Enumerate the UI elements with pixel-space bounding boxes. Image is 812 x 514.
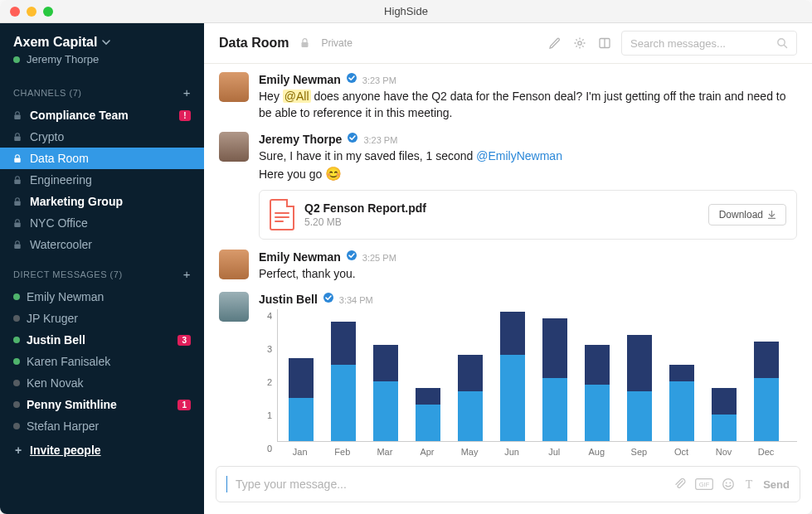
attach-file-button[interactable]: [673, 478, 687, 491]
sidebar-channel-item[interactable]: Crypto: [0, 126, 204, 148]
presence-dot-icon: [13, 293, 20, 300]
lock-icon: [13, 219, 23, 228]
workspace-name: Axem Capital: [13, 35, 97, 50]
section-label: CHANNELS (7): [13, 88, 81, 98]
svg-point-21: [730, 482, 732, 484]
svg-point-20: [726, 482, 727, 484]
chart-area: JanFebMarAprMayJunJulAugSepOctNovDec: [277, 309, 797, 457]
verified-badge-icon: [323, 292, 334, 303]
bar-segment-secondary: [289, 358, 314, 398]
message-text: Perfect, thank you.: [259, 265, 797, 282]
download-icon: [768, 211, 776, 219]
sidebar-dm-item[interactable]: Stefan Harper: [0, 415, 204, 437]
x-tick-label: May: [457, 447, 482, 457]
current-user[interactable]: Jeremy Thorpe: [0, 51, 204, 74]
file-attachment[interactable]: Q2 Fenson Report.pdf5.20 MBDownload: [259, 190, 797, 240]
mention[interactable]: @EmilyNewman: [476, 149, 562, 162]
bar-segment-primary: [289, 398, 314, 441]
add-channel-button[interactable]: +: [183, 85, 191, 99]
svg-line-12: [784, 45, 786, 47]
section-label: DIRECT MESSAGES (7): [13, 269, 123, 279]
add-dm-button[interactable]: +: [183, 267, 191, 281]
chart: 01234JanFebMarAprMayJunJulAugSepOctNovDe…: [259, 309, 797, 457]
search-input[interactable]: [630, 37, 770, 50]
presence-dot-icon: [13, 337, 20, 343]
dm-name: Stefan Harper: [27, 419, 99, 433]
search-box[interactable]: [621, 31, 797, 56]
emoji-button[interactable]: [722, 478, 735, 491]
message-author[interactable]: Justin Bell: [259, 293, 318, 306]
current-user-name: Jeremy Thorpe: [27, 53, 99, 65]
file-size: 5.20 MB: [304, 216, 426, 228]
sidebar-channel-item[interactable]: Engineering: [0, 169, 204, 191]
channels-list: Compliance Team!CryptoData RoomEngineeri…: [0, 104, 204, 255]
message-body: Jeremy Thorpe3:23 PMSure, I have it in m…: [259, 132, 797, 240]
details-pane-button[interactable]: [598, 36, 611, 50]
text-span: does anyone have the Q2 data for the Fen…: [259, 90, 786, 119]
bar-segment-primary: [542, 378, 567, 441]
search-icon: [776, 37, 788, 49]
chart-bar: [458, 355, 483, 441]
text-span: Sure, I have it in my saved files, 1 sec…: [259, 149, 476, 162]
bar-segment-primary: [458, 391, 483, 441]
main-panel: Data Room Private: [204, 23, 812, 514]
sidebar-dm-item[interactable]: Penny Smithline1: [0, 394, 204, 415]
sidebar-channel-item[interactable]: Watercooler: [0, 234, 204, 255]
x-tick-label: Oct: [669, 447, 693, 457]
svg-rect-1: [14, 136, 20, 141]
formatting-button[interactable]: T: [743, 478, 755, 491]
chart-x-axis: JanFebMarAprMayJunJulAugSepOctNovDec: [277, 447, 797, 457]
sidebar-channel-item[interactable]: Marketing Group: [0, 191, 204, 212]
y-tick-label: 1: [267, 410, 272, 420]
message-author[interactable]: Emily Newman: [259, 250, 341, 264]
message: Emily Newman3:25 PMPerfect, thank you.: [219, 250, 797, 282]
message-author[interactable]: Jeremy Thorpe: [259, 133, 342, 146]
message-author[interactable]: Emily Newman: [259, 73, 341, 86]
bar-segment-primary: [754, 378, 779, 441]
chart-bar: [754, 342, 779, 441]
gif-button[interactable]: GIF: [695, 478, 713, 490]
chart-bar: [542, 318, 567, 441]
message-list[interactable]: Emily Newman3:23 PMHey @All does anyone …: [204, 64, 812, 461]
header-actions: [548, 36, 611, 50]
bar-segment-primary: [712, 415, 737, 441]
settings-button[interactable]: [573, 36, 586, 50]
sidebar-dm-item[interactable]: Justin Bell3: [0, 329, 204, 351]
message-body: Emily Newman3:23 PMHey @All does anyone …: [259, 72, 797, 122]
message-composer[interactable]: GIF T Send: [216, 466, 800, 502]
workspace-switcher[interactable]: Axem Capital: [0, 28, 204, 51]
lock-icon: [13, 154, 23, 163]
download-button[interactable]: Download: [708, 204, 786, 225]
bar-segment-secondary: [627, 335, 652, 391]
svg-rect-2: [14, 158, 20, 162]
avatar[interactable]: [219, 132, 249, 162]
mention-all[interactable]: @All: [283, 90, 311, 103]
channel-name: Marketing Group: [30, 195, 123, 208]
edit-topic-button[interactable]: [548, 36, 562, 50]
composer-input[interactable]: [236, 478, 665, 491]
sidebar-dm-item[interactable]: Emily Newman: [0, 286, 204, 308]
presence-dot-icon: [13, 56, 20, 63]
sidebar-channel-item[interactable]: Data Room: [0, 148, 204, 169]
bar-segment-primary: [416, 405, 440, 441]
bar-segment-secondary: [500, 312, 525, 355]
bar-segment-secondary: [458, 355, 483, 391]
chart-y-axis: 01234: [259, 309, 277, 449]
bar-segment-secondary: [754, 342, 779, 378]
channel-name: NYC Office: [30, 216, 88, 230]
avatar[interactable]: [219, 292, 249, 322]
sidebar-channel-item[interactable]: Compliance Team!: [0, 104, 204, 126]
svg-rect-3: [14, 179, 20, 184]
sidebar-channel-item[interactable]: NYC Office: [0, 212, 204, 234]
avatar[interactable]: [219, 250, 249, 279]
sidebar-dm-item[interactable]: Ken Novak: [0, 372, 204, 394]
chart-plot: [277, 309, 797, 442]
sidebar-dm-item[interactable]: JP Kruger: [0, 308, 204, 329]
svg-point-14: [348, 133, 357, 143]
sidebar-dm-item[interactable]: Karen Fanisalek: [0, 351, 204, 372]
send-button[interactable]: Send: [763, 478, 790, 491]
bar-segment-secondary: [542, 318, 567, 378]
avatar[interactable]: [219, 72, 249, 102]
dm-name: Penny Smithline: [27, 398, 117, 411]
invite-people-button[interactable]: + Invite people: [0, 437, 204, 463]
